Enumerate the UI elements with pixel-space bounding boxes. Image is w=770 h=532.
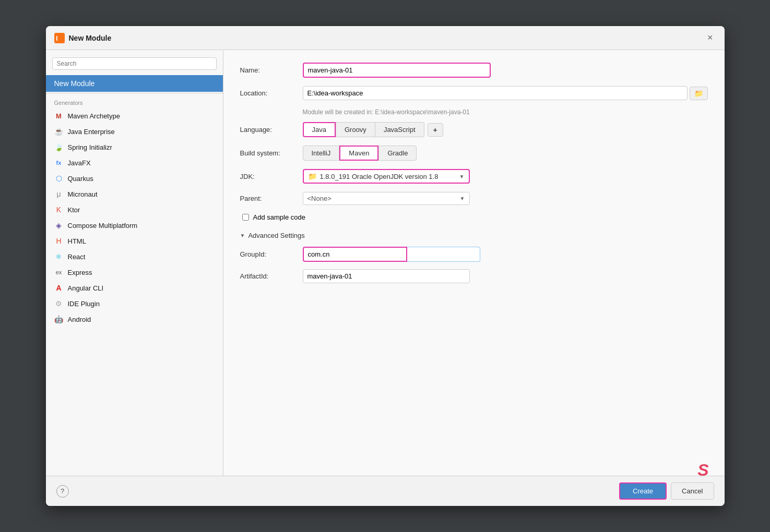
maven-archetype-icon: M (54, 111, 64, 120)
groupid-container (303, 247, 480, 262)
chevron-down-icon: ▼ (240, 233, 245, 238)
jdk-folder-icon: 📁 (308, 172, 317, 180)
name-row: Name: (240, 63, 708, 78)
add-language-button[interactable]: + (428, 123, 443, 137)
language-java-button[interactable]: Java (303, 122, 336, 137)
sidebar-item-micronaut[interactable]: μ Micronaut (46, 186, 223, 202)
name-input[interactable] (303, 63, 491, 78)
title-bar: I New Module × (46, 26, 725, 50)
quarkus-label: Quarkus (68, 175, 93, 183)
micronaut-label: Micronaut (68, 190, 98, 198)
ide-plugin-label: IDE Plugin (68, 300, 100, 308)
maven-archetype-label: Maven Archetype (68, 112, 120, 120)
new-module-dialog: I New Module × New Module Generators M M… (46, 26, 725, 506)
angular-icon: A (54, 283, 64, 293)
browse-folder-button[interactable]: 📁 (690, 87, 708, 100)
express-icon: ex (54, 268, 64, 277)
jdk-value: 1.8.0_191 Oracle OpenJDK version 1.8 (320, 173, 456, 180)
express-label: Express (68, 269, 92, 276)
java-enterprise-icon: ☕ (54, 127, 64, 136)
jdk-arrow-icon: ▼ (459, 174, 465, 179)
language-groovy-button[interactable]: Groovy (336, 122, 375, 137)
sidebar-item-angular-cli[interactable]: A Angular CLI (46, 280, 223, 296)
sidebar-item-compose-multiplatform[interactable]: ◈ Compose Multiplatform (46, 217, 223, 233)
artifactid-input[interactable] (303, 269, 470, 283)
language-row: Language: Java Groovy JavaScript + (240, 122, 708, 137)
spring-initializr-label: Spring Initializr (68, 143, 112, 151)
create-button[interactable]: Create (619, 482, 667, 500)
main-content: Name: Location: 📁 Module will be created… (223, 50, 725, 476)
react-icon: ⚛ (54, 252, 64, 261)
jdk-dropdown[interactable]: 📁 1.8.0_191 Oracle OpenJDK version 1.8 ▼ (303, 169, 470, 184)
advanced-settings-header[interactable]: ▼ Advanced Settings (240, 232, 708, 239)
sample-code-row: Add sample code (240, 213, 708, 221)
sidebar-item-express[interactable]: ex Express (46, 264, 223, 280)
build-gradle-button[interactable]: Gradle (378, 146, 417, 161)
cancel-button[interactable]: Cancel (671, 482, 714, 500)
ide-plugin-icon: ⚙ (54, 299, 64, 308)
android-icon: 🤖 (54, 315, 64, 324)
html-label: HTML (68, 237, 86, 245)
app-logo-icon: I (54, 33, 65, 43)
parent-dropdown[interactable]: <None> ▼ (303, 192, 470, 205)
groupid-input[interactable] (303, 247, 407, 262)
location-row: Location: 📁 (240, 86, 708, 100)
language-javascript-button[interactable]: JavaScript (375, 122, 424, 137)
sidebar-item-html[interactable]: H HTML (46, 233, 223, 249)
angular-label: Angular CLI (68, 284, 104, 292)
javafx-icon: fx (54, 158, 64, 167)
sidebar-item-javafx[interactable]: fx JavaFX (46, 155, 223, 171)
spring-initializr-icon: 🍃 (54, 142, 64, 152)
sample-code-label[interactable]: Add sample code (253, 213, 305, 221)
title-bar-left: I New Module (54, 33, 112, 43)
svg-text:I: I (56, 34, 58, 42)
close-button[interactable]: × (704, 31, 716, 44)
sample-code-checkbox[interactable] (242, 214, 249, 221)
sidebar-item-spring-initializr[interactable]: 🍃 Spring Initializr (46, 139, 223, 155)
name-label: Name: (240, 66, 303, 74)
sidebar-item-maven-archetype[interactable]: M Maven Archetype (46, 108, 223, 124)
compose-icon: ◈ (54, 221, 64, 230)
advanced-settings-label: Advanced Settings (248, 232, 304, 239)
sidebar-item-ide-plugin[interactable]: ⚙ IDE Plugin (46, 296, 223, 311)
search-box (46, 54, 223, 73)
quarkus-icon: ⬡ (54, 174, 64, 183)
groupid-extra-input[interactable] (407, 247, 480, 262)
javafx-label: JavaFX (68, 159, 91, 167)
ktor-icon: K (54, 205, 64, 214)
footer-buttons: Create Cancel (619, 482, 714, 500)
language-btn-group: Java Groovy JavaScript (303, 122, 424, 137)
ktor-label: Ktor (68, 206, 80, 214)
react-label: React (68, 253, 86, 261)
compose-label: Compose Multiplatform (68, 222, 138, 229)
watermark: S (697, 461, 708, 480)
html-icon: H (54, 236, 64, 246)
android-label: Android (68, 316, 91, 323)
parent-arrow-icon: ▼ (460, 196, 465, 201)
location-hint: Module will be created in: E:\idea-works… (303, 108, 708, 116)
location-input[interactable] (303, 86, 688, 100)
artifactid-label: ArtifactId: (240, 272, 303, 280)
build-intellij-button[interactable]: IntelliJ (303, 146, 340, 161)
sidebar-item-java-enterprise[interactable]: ☕ Java Enterprise (46, 124, 223, 139)
sidebar-item-android[interactable]: 🤖 Android (46, 311, 223, 327)
sidebar-item-quarkus[interactable]: ⬡ Quarkus (46, 171, 223, 186)
location-label: Location: (240, 89, 303, 97)
dialog-body: New Module Generators M Maven Archetype … (46, 50, 725, 476)
jdk-label: JDK: (240, 173, 303, 180)
sidebar-item-ktor[interactable]: K Ktor (46, 202, 223, 217)
help-button[interactable]: ? (56, 485, 69, 498)
java-enterprise-label: Java Enterprise (68, 128, 115, 136)
sidebar-item-react[interactable]: ⚛ React (46, 249, 223, 264)
build-maven-button[interactable]: Maven (339, 146, 378, 161)
sidebar: New Module Generators M Maven Archetype … (46, 50, 223, 476)
build-label: Build system: (240, 149, 303, 157)
location-container: 📁 (303, 86, 708, 100)
parent-label: Parent: (240, 195, 303, 202)
dialog-footer: ? Create Cancel (46, 476, 725, 506)
generators-label: Generators (46, 94, 223, 108)
language-label: Language: (240, 126, 303, 134)
groupid-label: GroupId: (240, 250, 303, 258)
search-input[interactable] (52, 57, 217, 70)
sidebar-item-new-module[interactable]: New Module (46, 75, 223, 92)
